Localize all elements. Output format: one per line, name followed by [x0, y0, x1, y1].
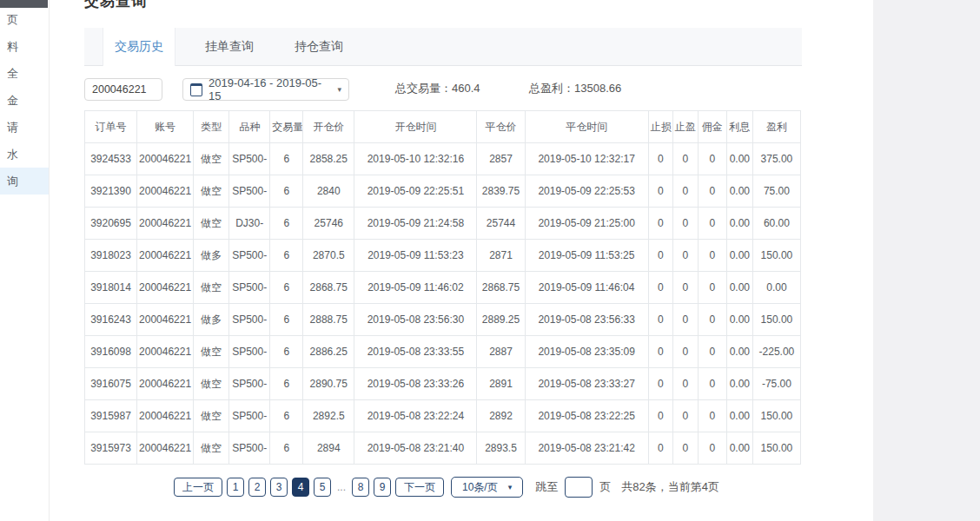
table-cell: 0 [672, 368, 698, 400]
page-number-8[interactable]: 8 [352, 478, 369, 497]
table-row: 3915973200046221做空SP500-628942019-05-08 … [85, 432, 801, 465]
table-cell: 0 [672, 304, 698, 336]
total-profit-label: 总盈利： [529, 82, 574, 95]
table-cell: DJ30- [229, 208, 270, 240]
column-header: 平仓时间 [525, 111, 648, 143]
table-cell: SP500- [229, 432, 270, 465]
table-cell: 2019-05-10 12:32:17 [525, 143, 648, 175]
table-cell: 200046221 [137, 272, 194, 304]
table-row: 3924533200046221做空SP500-62858.252019-05-… [85, 143, 801, 175]
column-header: 开仓价 [303, 111, 354, 143]
sidebar-item[interactable]: 料 [0, 33, 49, 60]
table-cell: 2019-05-09 11:46:04 [525, 272, 648, 304]
pagination: 上一页12345...89下一页 10条/页 ▾ 跳至 页 共82条，当前第4页 [174, 477, 719, 498]
jump-page-input[interactable] [565, 477, 593, 498]
table-cell: 6 [270, 272, 303, 304]
table-cell: 0 [648, 143, 672, 175]
pagination-ellipsis: ... [335, 481, 348, 493]
table-cell: 0 [648, 240, 672, 272]
table-cell: 0 [698, 208, 726, 240]
table-cell: 2019-05-08 23:22:24 [354, 400, 477, 432]
prev-page-button[interactable]: 上一页 [174, 478, 222, 497]
sidebar-menu: 页料全金请水询 [0, 6, 49, 195]
date-range-picker[interactable]: 2019-04-16 - 2019-05-15 ▾ [182, 78, 349, 101]
table-cell: 0 [648, 432, 672, 465]
table-cell: 2871 [477, 240, 525, 272]
table-row: 3920695200046221做空DJ30-6257462019-05-09 … [85, 208, 801, 240]
table-cell: 200046221 [137, 143, 194, 175]
page-number-1[interactable]: 1 [227, 478, 244, 497]
table-cell: 0 [698, 304, 726, 336]
table-cell: 3916243 [85, 304, 137, 336]
table-cell: 0.00 [726, 432, 752, 465]
table-cell: 150.00 [752, 432, 800, 465]
tab-active[interactable]: 交易历史 [103, 28, 175, 66]
calendar-icon [190, 83, 202, 96]
table-cell: 0 [698, 175, 726, 208]
table-cell: -225.00 [752, 336, 800, 368]
table-cell: 2890.75 [303, 368, 354, 400]
table-cell: 150.00 [752, 304, 800, 336]
table-cell: 做空 [194, 336, 229, 368]
table-cell: 3915973 [85, 432, 137, 465]
table-cell: 2889.25 [477, 304, 525, 336]
tab-item[interactable]: 持仓查询 [283, 28, 354, 65]
table-cell: 2019-05-09 22:25:51 [354, 175, 477, 208]
table-cell: 做空 [194, 272, 229, 304]
table-cell: 2019-05-09 11:46:02 [354, 272, 477, 304]
table-cell: SP500- [229, 400, 270, 432]
page-number-9[interactable]: 9 [374, 478, 391, 497]
page-number-5[interactable]: 5 [314, 478, 331, 497]
table-cell: 2019-05-08 23:56:33 [525, 304, 648, 336]
account-input[interactable] [84, 78, 162, 101]
table-cell: SP500- [229, 240, 270, 272]
table-cell: 2870.5 [303, 240, 354, 272]
column-header: 利息 [726, 111, 752, 143]
page-number-3[interactable]: 3 [270, 478, 288, 497]
table-cell: 2019-05-09 22:25:53 [525, 175, 648, 208]
sidebar-item[interactable]: 页 [0, 6, 49, 33]
table-cell: 0 [698, 272, 726, 304]
column-header: 止盈 [672, 111, 698, 143]
sidebar-item[interactable]: 金 [0, 87, 49, 114]
table-cell: 0 [698, 432, 726, 465]
table-cell: 0 [672, 400, 698, 432]
sidebar: 页料全金请水询 [0, 0, 50, 521]
table-cell: 2019-05-08 23:33:26 [354, 368, 477, 400]
table-cell: 0 [648, 208, 672, 240]
table-cell: 2019-05-09 21:24:58 [354, 208, 477, 240]
table-cell: 2019-05-09 11:53:25 [525, 240, 648, 272]
table-cell: 6 [270, 304, 303, 336]
page-number-4[interactable]: 4 [292, 478, 309, 497]
tab-item[interactable]: 挂单查询 [194, 28, 265, 65]
column-header: 交易量 [270, 111, 303, 143]
table-cell: 200046221 [137, 208, 194, 240]
table-cell: 0.00 [726, 208, 752, 240]
table-cell: 6 [270, 336, 303, 368]
total-count-text: 共82条，当前第4页 [621, 479, 719, 495]
table-cell: 2887 [477, 336, 525, 368]
table-cell: 0 [648, 336, 672, 368]
table-cell: 3916098 [85, 336, 137, 368]
chevron-down-icon: ▾ [337, 85, 341, 94]
table-cell: 6 [270, 240, 303, 272]
table-cell: 200046221 [137, 240, 194, 272]
sidebar-item[interactable]: 询 [0, 168, 49, 195]
table-cell: SP500- [229, 368, 270, 400]
sidebar-item[interactable]: 水 [0, 141, 49, 168]
page-size-select[interactable]: 10条/页 ▾ [451, 477, 523, 498]
total-volume: 总交易量：460.4 [395, 81, 480, 96]
table-cell: 0.00 [726, 272, 752, 304]
sidebar-item[interactable]: 全 [0, 60, 49, 87]
table-cell: 2839.75 [477, 175, 525, 208]
table-header-row: 订单号账号类型品种交易量开仓价开仓时间平仓价平仓时间止损止盈佣金利息盈利 [85, 111, 801, 143]
column-header: 止损 [648, 111, 672, 143]
page-number-2[interactable]: 2 [248, 478, 266, 497]
table-cell: 0 [648, 304, 672, 336]
next-page-button[interactable]: 下一页 [395, 478, 444, 497]
table-cell: 0 [648, 175, 672, 208]
table-cell: 2868.75 [477, 272, 525, 304]
table-cell: 3921390 [85, 175, 137, 208]
sidebar-item[interactable]: 请 [0, 114, 49, 141]
table-row: 3921390200046221做空SP500-628402019-05-09 … [85, 175, 801, 208]
